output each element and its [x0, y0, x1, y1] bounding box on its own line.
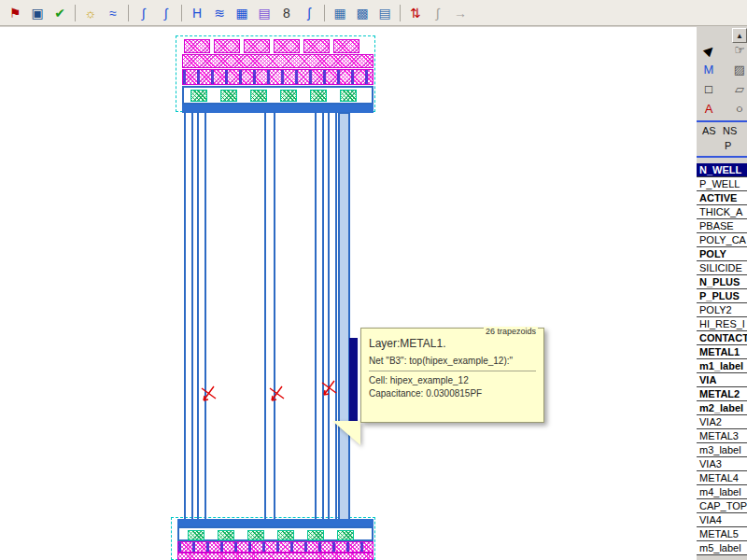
layer-row-metal2[interactable]: METAL2	[697, 387, 747, 401]
diffusion-block	[333, 39, 359, 53]
metal-wire-selected-net[interactable]	[338, 112, 350, 521]
silicide-pad	[220, 90, 237, 102]
tooltip-capacitance-line: Capacitance: 0.0300815PF	[369, 388, 536, 399]
hierarchy-icon[interactable]: H	[187, 3, 207, 23]
silicide-pad	[307, 530, 324, 540]
layer-row-m1_label[interactable]: m1_label	[697, 359, 747, 373]
layer-row-via[interactable]: VIA	[697, 373, 747, 387]
poly-strip	[177, 541, 374, 553]
layer-row-active[interactable]: ACTIVE	[697, 191, 747, 205]
layer-row-m4_label[interactable]: m4_label	[697, 485, 747, 499]
diffusion-block	[184, 39, 210, 53]
layer-row-via3[interactable]: VIA3	[697, 457, 747, 471]
layer-row-metal5[interactable]: METAL5	[697, 527, 747, 541]
layer-row-via2[interactable]: VIA2	[697, 415, 747, 429]
layer-row-poly2[interactable]: POLY2	[697, 303, 747, 317]
silicide-pad	[190, 90, 207, 102]
metal-wire[interactable]	[264, 112, 275, 521]
metal-wire[interactable]	[315, 112, 324, 521]
silicide-pad	[218, 530, 234, 540]
layer-row-thick_a[interactable]: THICK_A	[697, 205, 747, 219]
layer-row-metal1[interactable]: METAL1	[697, 345, 747, 359]
script-s-icon[interactable]: ʃ	[299, 3, 319, 23]
active-strip	[182, 86, 374, 105]
swap-arrows-icon[interactable]: ⇅	[405, 3, 426, 23]
layer-row-via4[interactable]: VIA4	[697, 513, 747, 527]
silicide-pad	[310, 90, 327, 102]
metal-wire[interactable]	[184, 112, 193, 521]
stack-windows-icon[interactable]: ▤	[374, 3, 395, 23]
arrow-disabled-icon[interactable]: →	[450, 3, 471, 23]
lamp-icon[interactable]: ☼	[80, 3, 101, 23]
tooltip-layer-line: Layer:METAL1.	[369, 337, 536, 350]
highlighted-trapezoid[interactable]	[349, 338, 358, 428]
panel-divider	[697, 120, 747, 122]
grid-view-icon[interactable]: ▦	[232, 3, 252, 23]
layer-row-poly_ca[interactable]: POLY_CA	[697, 233, 747, 247]
wave-icon[interactable]: ≋	[209, 3, 230, 23]
tooltip-cell-line: Cell: hipex_example_12	[369, 375, 536, 385]
net-trace-icon[interactable]: ≈	[103, 3, 123, 23]
toolbar-separator	[324, 5, 325, 21]
layout-canvas[interactable]: 26 trapezoids Layer:METAL1. Net "B3": to…	[0, 27, 698, 560]
toolbar-separator	[181, 5, 182, 21]
toolbar-separator	[400, 5, 401, 21]
layer-panel: ▲ ▶☞M▨□▱A○ AS NS P N_WELLP_WELLACTIVETHI…	[697, 27, 747, 560]
extract-curve2-icon[interactable]: ∫	[156, 3, 176, 23]
diffusion-block	[244, 39, 270, 53]
extract-curve-icon[interactable]: ∫	[134, 3, 154, 23]
layer-row-hi_res_i[interactable]: HI_RES_I	[697, 317, 747, 331]
fill-icon[interactable]: ▨	[730, 60, 747, 79]
polygon-tool-icon[interactable]: ▱	[730, 79, 747, 99]
probe-marker	[199, 383, 219, 407]
layer-row-poly[interactable]: POLY	[697, 247, 747, 261]
layer-row-p_well[interactable]: P_WELL	[697, 177, 747, 191]
cascade-windows-icon[interactable]: ▩	[352, 3, 373, 23]
check-icon[interactable]: ✔	[49, 3, 70, 23]
diffusion-block	[214, 39, 240, 53]
trapezoid-count: 26 trapezoids	[484, 327, 538, 336]
active-strip	[177, 526, 374, 541]
tile-windows-icon[interactable]: ▦	[330, 3, 350, 23]
implant-strip	[182, 54, 374, 68]
circle-tool-icon[interactable]: ○	[730, 99, 747, 119]
layer-row-n_well[interactable]: N_WELL	[697, 163, 747, 177]
tab-ns[interactable]: NS	[723, 125, 737, 136]
silicide-pad	[337, 530, 354, 540]
toolbar-separator	[75, 5, 76, 21]
metal-wire[interactable]	[328, 112, 337, 521]
silicide-pad	[340, 90, 357, 102]
layer-row-m5_label[interactable]: m5_label	[697, 541, 747, 555]
digit8-icon[interactable]: 8	[276, 3, 297, 23]
layer-row-pbase[interactable]: PBASE	[697, 219, 747, 233]
layer-row-cap_top[interactable]: CAP_TOP	[697, 499, 747, 513]
layer-row-metal4[interactable]: METAL4	[697, 471, 747, 485]
silicide-pad	[277, 530, 294, 540]
tooltip-net-line: Net "B3": top(hipex_example_12):"	[369, 356, 536, 366]
toolbar-separator	[128, 5, 129, 21]
text-tool-icon[interactable]: A	[699, 99, 718, 119]
metal-wire[interactable]	[197, 112, 206, 521]
box-tool-icon[interactable]: □	[699, 79, 718, 99]
layer-table-icon[interactable]: ▤	[254, 3, 275, 23]
layer-row-contact[interactable]: CONTACT	[697, 331, 747, 345]
metal-bus-bottom[interactable]	[177, 519, 374, 526]
probe-marker	[319, 377, 340, 401]
layer-list: N_WELLP_WELLACTIVETHICK_APBASEPOLY_CAPOL…	[697, 163, 747, 555]
pan-hand-icon[interactable]: ☞	[730, 40, 747, 60]
flag-icon[interactable]: ⚑	[5, 3, 25, 23]
layer-row-silicide[interactable]: SILICIDE	[697, 261, 747, 275]
net-info-tooltip: 26 trapezoids Layer:METAL1. Net "B3": to…	[360, 328, 544, 423]
integral-disabled-icon[interactable]: ∫	[428, 3, 448, 23]
tab-p[interactable]: P	[725, 140, 731, 151]
silicide-pad	[280, 90, 297, 102]
layer-row-metal3[interactable]: METAL3	[697, 429, 747, 443]
layer-row-m3_label[interactable]: m3_label	[697, 443, 747, 457]
layer-row-n_plus[interactable]: N_PLUS	[697, 275, 747, 289]
tab-as[interactable]: AS	[702, 125, 716, 136]
tooltip-divider	[369, 371, 536, 371]
tooltip-pointer	[332, 421, 360, 445]
window-icon[interactable]: ▣	[27, 3, 48, 23]
layer-row-p_plus[interactable]: P_PLUS	[697, 289, 747, 303]
layer-row-m2_label[interactable]: m2_label	[697, 401, 747, 415]
